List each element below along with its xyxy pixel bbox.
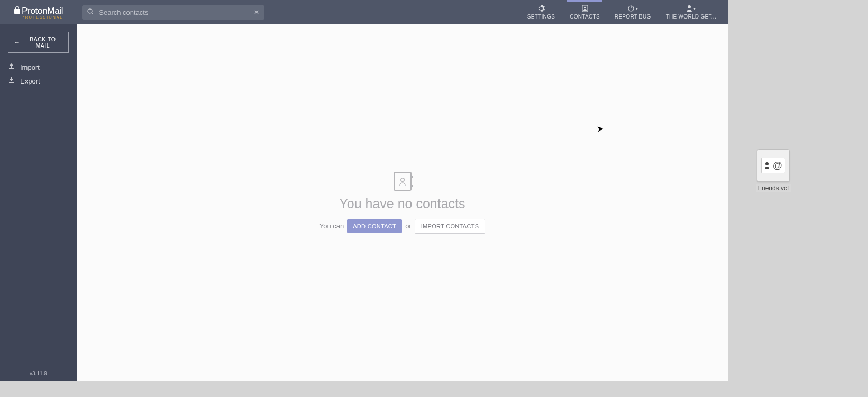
bug-icon: ▾ bbox=[627, 5, 638, 12]
back-to-mail-button[interactable]: ← BACK TO MAIL bbox=[8, 32, 69, 53]
arrow-left-icon: ← bbox=[14, 39, 20, 45]
desktop-file-vcf[interactable]: @ Friends.vcf bbox=[755, 149, 791, 192]
top-bar: ProtonMail PROFESSIONAL ✕ SETTINGS bbox=[0, 0, 728, 24]
svg-point-8 bbox=[400, 178, 404, 181]
desktop-file-label: Friends.vcf bbox=[756, 184, 791, 192]
download-icon bbox=[8, 77, 15, 85]
sidebar: ← BACK TO MAIL Import Export v3.11.9 bbox=[0, 24, 77, 381]
chevron-down-icon: ▾ bbox=[636, 6, 638, 11]
svg-point-3 bbox=[584, 7, 586, 9]
protonmail-window: ProtonMail PROFESSIONAL ✕ SETTINGS bbox=[0, 0, 728, 381]
nav-account-label: THE WORLD GET... bbox=[666, 14, 716, 20]
svg-rect-7 bbox=[9, 82, 14, 83]
logo-text: ProtonMail bbox=[14, 6, 63, 16]
chevron-down-icon: ▾ bbox=[693, 6, 696, 11]
nav-settings[interactable]: SETTINGS bbox=[520, 0, 562, 24]
upload-icon bbox=[8, 63, 15, 71]
sidebar-import-label: Import bbox=[20, 63, 40, 71]
empty-prefix-text: You can bbox=[319, 222, 344, 230]
nav-contacts-label: CONTACTS bbox=[570, 14, 600, 20]
svg-rect-6 bbox=[9, 68, 14, 69]
version-label: v3.11.9 bbox=[0, 371, 77, 376]
nav-contacts[interactable]: CONTACTS bbox=[562, 0, 607, 24]
lock-icon bbox=[14, 6, 20, 16]
vcf-file-icon: @ bbox=[757, 149, 790, 182]
search-icon bbox=[87, 8, 94, 16]
empty-state-title: You have no contacts bbox=[339, 196, 465, 211]
contact-card-icon bbox=[394, 172, 412, 191]
logo[interactable]: ProtonMail PROFESSIONAL bbox=[0, 6, 63, 19]
svg-point-9 bbox=[765, 162, 769, 165]
add-contact-button[interactable]: ADD CONTACT bbox=[347, 219, 402, 233]
body-area: ← BACK TO MAIL Import Export v3.11.9 bbox=[0, 24, 728, 381]
svg-point-5 bbox=[688, 5, 691, 8]
sidebar-item-export[interactable]: Export bbox=[0, 74, 77, 88]
logo-subtitle: PROFESSIONAL bbox=[22, 15, 63, 19]
back-label: BACK TO MAIL bbox=[23, 36, 63, 49]
search-input[interactable] bbox=[99, 8, 254, 16]
sidebar-item-import[interactable]: Import bbox=[0, 60, 77, 74]
svg-point-0 bbox=[88, 9, 92, 13]
main-content: You have no contacts You can ADD CONTACT… bbox=[77, 24, 728, 381]
sidebar-export-label: Export bbox=[20, 77, 40, 85]
nav-report-bug[interactable]: ▾ REPORT BUG bbox=[607, 0, 659, 24]
nav-account[interactable]: ▾ THE WORLD GET... bbox=[659, 0, 724, 24]
clear-search-icon[interactable]: ✕ bbox=[254, 8, 259, 16]
import-contacts-button[interactable]: IMPORT CONTACTS bbox=[415, 219, 486, 234]
nav-report-bug-label: REPORT BUG bbox=[615, 14, 651, 20]
search-container: ✕ bbox=[82, 5, 264, 20]
nav-settings-label: SETTINGS bbox=[527, 14, 555, 20]
svg-line-1 bbox=[92, 13, 93, 14]
user-icon: ▾ bbox=[686, 5, 696, 12]
top-nav: SETTINGS CONTACTS ▾ REPORT BUG ▾ THE WOR… bbox=[520, 0, 724, 24]
or-text: or bbox=[405, 222, 412, 230]
empty-actions-row: You can ADD CONTACT or IMPORT CONTACTS bbox=[319, 219, 486, 234]
gear-icon bbox=[537, 5, 545, 12]
contacts-icon bbox=[581, 5, 589, 12]
at-symbol-icon: @ bbox=[773, 160, 782, 171]
